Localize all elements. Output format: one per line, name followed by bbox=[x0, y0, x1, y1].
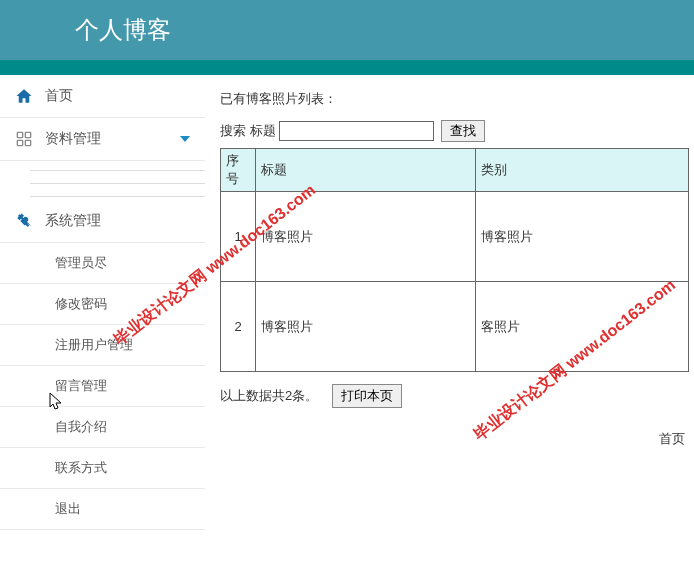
search-input[interactable] bbox=[279, 121, 434, 141]
pager-first[interactable]: 首页 bbox=[659, 431, 685, 446]
submenu-contact[interactable]: 联系方式 bbox=[0, 448, 205, 489]
table-summary-row: 以上数据共2条。 打印本页 bbox=[220, 384, 689, 408]
sidebar-item-data-manage[interactable]: 资料管理 bbox=[0, 118, 205, 161]
search-row: 搜索 标题 查找 bbox=[220, 120, 689, 142]
search-field-label: 标题 bbox=[250, 123, 276, 138]
print-button[interactable]: 打印本页 bbox=[332, 384, 402, 408]
search-label: 搜索 bbox=[220, 123, 246, 138]
app-title: 个人博客 bbox=[75, 14, 171, 46]
col-seq: 序号 bbox=[221, 149, 256, 192]
cell-category: 博客照片 bbox=[476, 192, 689, 282]
submenu-admin[interactable]: 管理员尽 bbox=[0, 243, 205, 284]
submenu-system: 管理员尽 修改密码 注册用户管理 留言管理 自我介绍 联系方式 退出 bbox=[0, 243, 205, 530]
submenu-user-manage[interactable]: 注册用户管理 bbox=[0, 325, 205, 366]
data-table: 序号 标题 类别 1 博客照片 博客照片 2 博客照片 客照片 bbox=[220, 148, 689, 372]
app-header: 个人博客 bbox=[0, 0, 694, 60]
sidebar-label-home: 首页 bbox=[45, 87, 73, 105]
record-count: 以上数据共2条。 bbox=[220, 388, 318, 403]
svg-rect-2 bbox=[17, 140, 22, 145]
sidebar-item-home[interactable]: 首页 bbox=[0, 75, 205, 118]
sidebar-label-data: 资料管理 bbox=[45, 130, 101, 148]
col-title: 标题 bbox=[256, 149, 476, 192]
table-row[interactable]: 2 博客照片 客照片 bbox=[221, 282, 689, 372]
list-title: 已有博客照片列表： bbox=[220, 90, 689, 108]
table-row[interactable]: 1 博客照片 博客照片 bbox=[221, 192, 689, 282]
sidebar-label-sys: 系统管理 bbox=[45, 212, 101, 230]
submenu-self-intro[interactable]: 自我介绍 bbox=[0, 407, 205, 448]
search-button[interactable]: 查找 bbox=[441, 120, 485, 142]
sidebar-item-system-manage[interactable]: 系统管理 bbox=[0, 200, 205, 243]
cell-seq: 2 bbox=[221, 282, 256, 372]
svg-rect-1 bbox=[25, 132, 30, 137]
accent-bar bbox=[0, 60, 694, 75]
cell-category: 客照片 bbox=[476, 282, 689, 372]
svg-rect-0 bbox=[17, 132, 22, 137]
col-category: 类别 bbox=[476, 149, 689, 192]
tools-icon bbox=[15, 212, 33, 230]
layout-container: 首页 资料管理 系统管理 管理员尽 修改密码 注册用户管理 留言管理 自我介绍 … bbox=[0, 75, 694, 530]
pager: 首页 bbox=[220, 430, 689, 448]
sidebar: 首页 资料管理 系统管理 管理员尽 修改密码 注册用户管理 留言管理 自我介绍 … bbox=[0, 75, 205, 530]
cell-title: 博客照片 bbox=[256, 282, 476, 372]
cell-title: 博客照片 bbox=[256, 192, 476, 282]
submenu-change-password[interactable]: 修改密码 bbox=[0, 284, 205, 325]
cell-seq: 1 bbox=[221, 192, 256, 282]
svg-rect-3 bbox=[25, 140, 30, 145]
submenu-message-manage[interactable]: 留言管理 bbox=[0, 366, 205, 407]
home-icon bbox=[15, 87, 33, 105]
table-header-row: 序号 标题 类别 bbox=[221, 149, 689, 192]
grid-icon bbox=[15, 130, 33, 148]
chevron-down-icon bbox=[180, 136, 190, 142]
sidebar-sub-placeholder bbox=[0, 161, 205, 197]
main-content: 已有博客照片列表： 搜索 标题 查找 序号 标题 类别 1 博客照片 博客照片 bbox=[205, 75, 694, 530]
submenu-exit[interactable]: 退出 bbox=[0, 489, 205, 530]
